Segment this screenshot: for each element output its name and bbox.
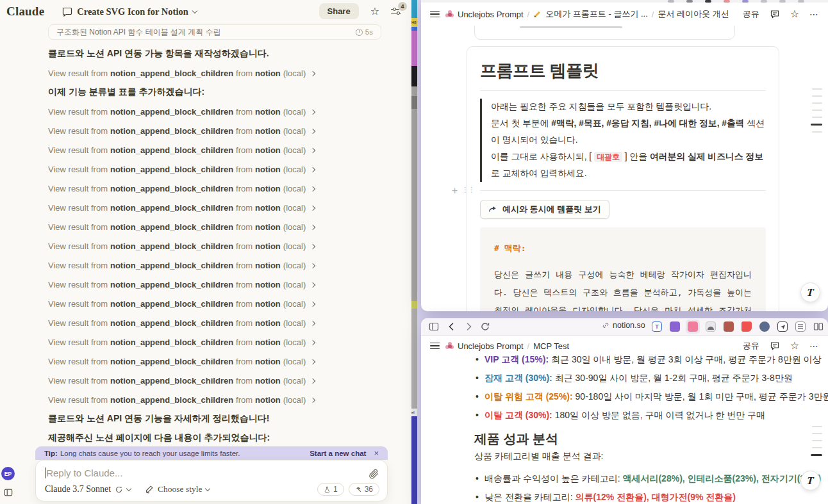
view-result-row[interactable]: View result from notion_append_block_chi… [48,317,381,329]
view-result-connector: from [236,241,253,251]
view-result-row[interactable]: View result from notion_append_block_chi… [48,259,381,272]
tools-counter[interactable]: 36 [349,483,379,496]
extension-dome-icon[interactable] [706,321,716,332]
notion-window-bottom: notion.so T Unclejobs Prompt / MCP Test [421,318,828,504]
artifacts-counter[interactable]: 1 [317,483,344,496]
extension-globe-icon[interactable] [759,321,770,332]
view-result-row[interactable]: View result from notion_append_block_chi… [48,183,381,195]
menu-hamburger-icon[interactable] [430,343,440,350]
user-avatar[interactable]: EP [1,467,15,480]
scrollbar-handle[interactable] [411,96,417,109]
address-bar[interactable]: notion.so [602,321,645,330]
server-name: notion [255,126,281,136]
share-button[interactable]: 공유 [743,8,759,20]
split-view-icon[interactable] [813,321,824,332]
view-result-row[interactable]: View result from notion_append_block_chi… [48,394,381,406]
view-result-row[interactable]: View result from notion_append_block_chi… [48,163,381,175]
extension-send-icon[interactable] [777,321,788,332]
extension-home-icon[interactable] [670,321,680,332]
settings-sliders-icon[interactable]: 4 [391,6,402,17]
tool-name: notion_append_block_children [110,184,233,193]
view-result-row[interactable]: View result from notion_append_block_chi… [48,240,381,252]
server-scope: (local) [283,69,306,78]
extension-robot-icon[interactable] [724,321,734,332]
view-result-row[interactable]: View result from notion_append_block_chi… [48,375,381,387]
star-icon[interactable]: ☆ [370,6,379,17]
view-result-connector: from [236,184,253,193]
breadcrumb-page[interactable]: MCP Test [533,341,569,351]
view-result-prefix: View result from [48,126,108,136]
model-selector[interactable]: Claude 3.7 Sonnet [45,484,131,494]
tip-label: Tip: [44,450,58,457]
view-result-prefix: View result from [48,299,108,309]
view-result-row[interactable]: View result from notion_append_block_chi… [48,125,381,137]
view-result-connector: from [236,357,253,366]
view-result-row[interactable]: View result from notion_append_block_chi… [48,144,381,156]
breadcrumb-subpage[interactable]: 문서 레이아웃 개선 [658,8,729,20]
notion-window-top: Unclejobs Prompt / 오메가 프롬프트 - 글쓰기 ... / … [421,0,828,311]
collapsed-tool-card[interactable]: 구조화된 Notion API 함수 테이블 설계 계획 수립 5s [48,24,381,40]
server-name: notion [255,241,281,251]
view-result-row[interactable]: View result from notion_append_block_chi… [48,298,381,310]
view-result-row[interactable]: View result from notion_append_block_chi… [48,355,381,368]
view-result-row[interactable]: View result from notion_append_block_chi… [48,336,381,348]
style-selector[interactable]: Choose style [145,484,210,494]
server-scope: (local) [283,126,306,136]
extension-ribbon-icon[interactable] [741,321,752,332]
chevron-right-icon [310,302,315,307]
comments-icon[interactable] [770,341,780,351]
extension-bag-icon[interactable] [688,321,698,332]
toggle-template-button[interactable]: 예시와 동시에 템플릿 보기 [480,200,609,219]
usage-tip-banner: Tip: Long chats cause you to reach your … [35,446,388,460]
menu-hamburger-icon[interactable] [430,11,440,18]
view-result-row[interactable]: View result from notion_append_block_chi… [48,67,381,79]
view-result-prefix: View result from [48,145,108,155]
page-emoji-pencil-icon [533,10,542,19]
breadcrumb-workspace[interactable]: Unclejobs Prompt [458,10,524,19]
view-result-row[interactable]: View result from notion_append_block_chi… [48,221,381,233]
star-icon[interactable]: ☆ [790,9,799,19]
view-result-row[interactable]: View result from notion_append_block_chi… [48,106,381,118]
view-result-row[interactable]: View result from notion_append_block_chi… [48,202,381,214]
share-button[interactable]: 공유 [743,340,759,352]
more-menu-icon[interactable]: ⋯ [809,9,819,19]
chevron-right-icon [310,282,315,288]
reload-icon[interactable] [480,321,490,332]
server-name: notion [255,222,281,232]
close-icon[interactable]: × [374,448,379,458]
drag-handle-icon[interactable]: ⋮⋮ [461,186,474,196]
template-card: 프롬프트 템플릿 아래는 필요한 주요 지침들을 모두 포함한 템플릿입니다. … [467,46,779,311]
add-block-icon[interactable]: + [452,186,458,196]
comments-icon[interactable] [770,9,780,19]
back-icon[interactable] [447,321,457,332]
reply-input[interactable]: Reply to Claude... [45,467,122,478]
start-new-chat-link[interactable]: Start a new chat [310,450,366,457]
page-outline-indicator[interactable] [811,426,822,456]
chat-title-menu[interactable]: Create SVG Icon for Notion [62,6,196,17]
browser-sidebar-icon[interactable] [429,321,439,332]
server-name: notion [255,395,281,405]
more-menu-icon[interactable]: ⋯ [809,341,819,351]
page-outline-indicator[interactable] [811,88,822,133]
attachment-paperclip-icon[interactable] [368,468,379,480]
tool-name: notion_append_block_children [110,203,233,213]
extension-reader-icon[interactable] [795,321,806,332]
tool-name: notion_append_block_children [110,165,233,174]
view-result-prefix: View result from [48,107,108,117]
notion-ai-button[interactable]: T [800,471,820,491]
notion-ai-button[interactable]: T [800,282,820,302]
assistant-message: 제공해주신 노션 페이지에 다음 내용이 추가되었습니다: [48,432,381,444]
forward-icon[interactable] [463,321,474,332]
view-result-row[interactable]: View result from notion_append_block_chi… [48,279,381,291]
extension-text-icon[interactable]: T [652,321,662,332]
chevron-down-icon [192,8,197,13]
breadcrumb-page[interactable]: 오메가 프롬프트 - 글쓰기 ... [545,8,648,20]
star-icon[interactable]: ☆ [790,341,799,351]
tool-duration: 5s [356,28,373,36]
sidebar-toggle-icon[interactable] [4,488,13,497]
share-button[interactable]: Share [319,3,359,19]
pen-icon [145,485,154,494]
breadcrumb-workspace[interactable]: Unclejobs Prompt [458,341,524,351]
server-name: notion [255,69,281,78]
tool-name: notion_append_block_children [110,318,233,328]
